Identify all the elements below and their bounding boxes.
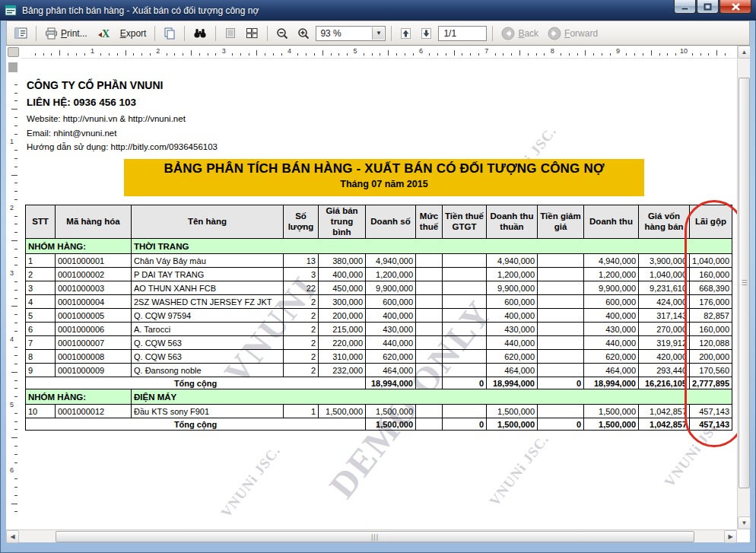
ruler-tick — [14, 347, 17, 348]
vertical-scroll-thumb[interactable]: ☰ — [739, 78, 750, 488]
table-cell — [416, 336, 443, 350]
group-name: THỜI TRANG — [132, 239, 732, 254]
ruler-tick — [51, 53, 52, 56]
vertical-scrollbar[interactable]: ▲ ☰ ▼ — [737, 46, 750, 529]
back-icon — [501, 27, 515, 40]
next-page-button[interactable] — [418, 26, 435, 41]
table-cell: AO THUN XANH FCB — [132, 281, 284, 295]
horizontal-scrollbar[interactable]: ◀ ||| ▶ — [6, 529, 737, 542]
export-excel-button[interactable]: X — [94, 26, 114, 40]
single-page-icon — [224, 27, 237, 39]
ruler-number: 2 — [10, 204, 14, 211]
zoom-in-button[interactable] — [294, 26, 313, 41]
group-label: NHÓM HÀNG: — [26, 389, 132, 405]
scroll-up-button[interactable]: ▲ — [738, 46, 751, 59]
ruler-tick — [14, 126, 17, 126]
scroll-left-button[interactable]: ◀ — [6, 530, 19, 543]
ruler-tick — [14, 495, 17, 496]
ruler-tick — [413, 53, 414, 56]
toolbar-separator — [215, 26, 216, 41]
table-cell — [443, 323, 487, 336]
data-row: 20001000002P DAI TAY TRANG3400,0001,200,… — [26, 268, 732, 281]
print-button[interactable]: Print... — [42, 26, 91, 41]
ruler-tick — [396, 53, 397, 56]
ruler-tick — [281, 53, 282, 56]
total-cell: 18,994,000 — [487, 377, 538, 389]
previous-page-button[interactable] — [397, 26, 415, 41]
ruler-tick — [659, 53, 660, 56]
ruler-tick — [675, 53, 676, 56]
ruler-tick — [174, 53, 175, 56]
ruler-tick — [11, 175, 17, 176]
zoom-out-button[interactable] — [273, 26, 291, 41]
title-bar[interactable]: Bảng phân tích bán hàng - Xuất bán có đố… — [0, 0, 756, 21]
table-cell: 600,000 — [584, 295, 639, 309]
export-label: Export — [120, 28, 147, 39]
ruler-tick — [429, 53, 430, 56]
find-button[interactable] — [190, 26, 210, 40]
table-cell: 1,200,000 — [487, 268, 538, 281]
back-button[interactable]: Back — [498, 25, 542, 42]
restore-button[interactable] — [697, 0, 719, 14]
data-row: 400010000042SZ WASHED CTN JERSEY FZ JKT2… — [26, 295, 732, 309]
company-email: Email: nhint@vnuni.net — [27, 126, 218, 141]
ruler-tick — [14, 314, 17, 315]
scroll-down-button[interactable]: ▼ — [738, 516, 751, 529]
ruler-tick — [14, 462, 17, 463]
page-indicator-value: 1/1 — [443, 28, 456, 39]
table-cell — [443, 281, 487, 295]
ruler-tick — [511, 53, 512, 56]
table-cell: 430,000 — [366, 323, 416, 336]
combobox-dropdown-icon[interactable]: ▼ — [372, 27, 384, 40]
horizontal-scroll-thumb[interactable]: ||| — [56, 531, 694, 542]
ruler-tick — [314, 53, 315, 56]
single-page-view-button[interactable] — [221, 26, 240, 40]
scroll-right-button[interactable]: ▶ — [724, 530, 737, 543]
document-map-button[interactable] — [11, 26, 30, 40]
table-cell: 464,000 — [487, 364, 538, 377]
table-cell: 0001000004 — [56, 295, 132, 309]
binoculars-icon — [193, 27, 207, 39]
table-cell — [538, 254, 584, 268]
table-cell — [416, 323, 443, 336]
ruler-tick — [14, 117, 17, 118]
ruler-tick — [602, 53, 602, 56]
total-cell: 1,500,000 — [584, 418, 639, 431]
zoom-out-icon — [276, 27, 288, 40]
table-cell — [538, 405, 584, 418]
page-number-input[interactable]: 1/1 — [438, 26, 487, 41]
table-cell: 317,143 — [639, 309, 690, 323]
zoom-level-combobox[interactable]: 93 % ▼ — [316, 26, 386, 41]
ruler-tick — [11, 504, 17, 504]
table-cell: 2 — [284, 350, 319, 364]
table-cell — [416, 350, 443, 364]
ruler-tick — [240, 53, 241, 56]
table-cell: 4 — [26, 295, 56, 309]
copy-button[interactable] — [160, 26, 179, 41]
minimize-button[interactable] — [674, 0, 696, 14]
close-button[interactable] — [719, 0, 751, 14]
table-cell: 9,900,000 — [366, 281, 416, 295]
ruler-tick — [76, 53, 77, 56]
ruler-number: 3 — [10, 269, 14, 277]
column-header-9: Doanh thu thuần — [487, 205, 538, 239]
ruler-tick — [215, 53, 216, 56]
ruler-tick — [338, 53, 339, 56]
forward-button[interactable]: Forward — [545, 25, 601, 42]
table-cell: 120,088 — [690, 336, 732, 350]
app-window: Bảng phân tích bán hàng - Xuất bán có đố… — [0, 0, 756, 553]
ruler-tick — [626, 53, 627, 56]
ruler-tick — [454, 50, 455, 56]
ruler-tick — [265, 53, 265, 56]
table-cell: Q. CQW 563 — [132, 350, 284, 364]
export-button[interactable]: Export — [117, 27, 150, 40]
table-cell: 9,900,000 — [487, 281, 538, 295]
ruler-tick — [667, 53, 668, 56]
table-cell: 3 — [284, 268, 319, 281]
table-cell: 400,000 — [584, 309, 639, 323]
table-cell: 6 — [26, 323, 56, 336]
ruler-number: 3 — [222, 47, 226, 55]
table-cell: 2 — [284, 323, 319, 336]
multi-page-view-button[interactable] — [243, 26, 262, 40]
table-cell: 0001000007 — [56, 336, 132, 350]
